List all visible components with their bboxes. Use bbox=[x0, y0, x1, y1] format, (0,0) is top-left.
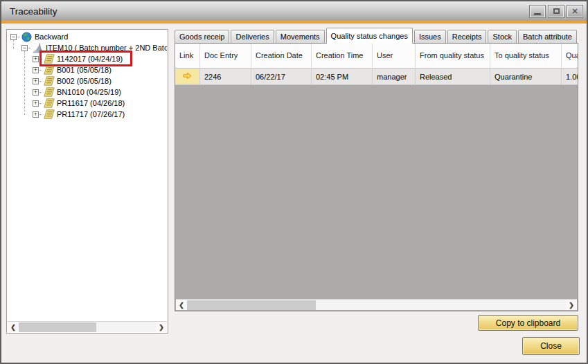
tab-receipts[interactable]: Receipts bbox=[447, 30, 487, 43]
column-header[interactable]: To quality status bbox=[490, 44, 562, 69]
maximize-icon bbox=[553, 8, 560, 14]
tab-deliveries[interactable]: Deliveries bbox=[231, 30, 274, 43]
tree-h-scrollbar[interactable]: ❮ ❯ bbox=[8, 321, 167, 332]
expand-icon[interactable]: + bbox=[33, 100, 39, 107]
collapse-icon[interactable]: − bbox=[10, 34, 17, 40]
tab-bar: Goods receipDeliveriesMovementsQuality s… bbox=[175, 28, 578, 43]
table-row[interactable]: 224606/22/1702:45 PMmanagerReleasedQuara… bbox=[175, 69, 578, 85]
column-header[interactable]: Quantity bbox=[562, 44, 578, 69]
tree-connector bbox=[39, 114, 42, 115]
tree-item-label: PR11617 (04/26/18) bbox=[57, 99, 125, 107]
tree-item-label: Backward bbox=[35, 33, 68, 41]
tree-connector bbox=[28, 48, 31, 48]
tree-connector bbox=[17, 37, 20, 37]
scroll-right-icon[interactable]: ❯ bbox=[566, 300, 577, 310]
column-header[interactable]: Creation Time bbox=[312, 44, 373, 69]
scroll-right-icon[interactable]: ❯ bbox=[156, 322, 167, 332]
expand-icon[interactable]: + bbox=[33, 67, 39, 73]
link-arrow-icon[interactable] bbox=[182, 72, 193, 81]
scrollbar-thumb[interactable] bbox=[187, 300, 316, 310]
table-cell: 1.000 bbox=[562, 69, 578, 85]
tree-connector bbox=[39, 70, 42, 71]
minimize-icon bbox=[534, 13, 541, 15]
tree-item[interactable]: +PR11717 (07/26/17) bbox=[8, 109, 167, 120]
tree: −Backward−ITEM10 ( Batch number + 2ND Ba… bbox=[8, 31, 167, 320]
table-cell: 02:45 PM bbox=[312, 69, 373, 85]
batch-note-icon bbox=[43, 87, 55, 98]
close-icon: ✕ bbox=[571, 8, 578, 15]
tree-connector bbox=[13, 40, 14, 49]
tab-issues[interactable]: Issues bbox=[414, 30, 446, 43]
maximize-button[interactable] bbox=[549, 6, 564, 17]
tab-stock[interactable]: Stock bbox=[488, 30, 517, 43]
table-cell: manager bbox=[373, 69, 416, 85]
tree-item-label: PR11717 (07/26/17) bbox=[57, 110, 125, 118]
tab-batch-attribute[interactable]: Batch attribute bbox=[518, 30, 577, 43]
column-header[interactable]: Link bbox=[175, 44, 200, 69]
tree-item-label: BN1010 (04/25/19) bbox=[57, 88, 121, 96]
tab-movements[interactable]: Movements bbox=[276, 30, 325, 43]
table-rows: 224606/22/1702:45 PMmanagerReleasedQuara… bbox=[175, 69, 578, 85]
column-header[interactable]: User bbox=[373, 44, 416, 69]
table-h-scrollbar[interactable]: ❮ ❯ bbox=[176, 299, 577, 310]
close-dialog-button[interactable]: Close bbox=[522, 337, 580, 355]
tree-item[interactable]: +BN1010 (04/25/19) bbox=[8, 87, 167, 98]
batch-note-icon bbox=[43, 76, 55, 87]
window-title: Traceability bbox=[10, 6, 530, 17]
tree-item[interactable]: +PR11617 (04/26/18) bbox=[8, 98, 167, 109]
traceability-window: Traceability ✕ −Backward−ITEM10 ( Batch … bbox=[0, 0, 588, 364]
tab-quality-status-changes[interactable]: Quality status changes bbox=[326, 28, 413, 44]
tree-panel: −Backward−ITEM10 ( Batch number + 2ND Ba… bbox=[6, 29, 168, 334]
expand-icon[interactable]: + bbox=[33, 89, 39, 95]
tree-connector bbox=[39, 103, 42, 104]
highlight-box bbox=[39, 51, 132, 66]
expand-icon[interactable]: + bbox=[33, 111, 39, 118]
table-cell: Released bbox=[416, 69, 490, 85]
tab-goods-receip[interactable]: Goods receip bbox=[175, 30, 229, 43]
table-cell: 06/22/17 bbox=[251, 69, 312, 85]
globe-icon bbox=[21, 32, 33, 42]
scrollbar-thumb[interactable] bbox=[19, 322, 96, 332]
collapse-icon[interactable]: − bbox=[21, 45, 28, 51]
tree-item-label: B002 (05/05/18) bbox=[57, 77, 112, 85]
minimize-button[interactable] bbox=[530, 6, 545, 17]
scroll-left-icon[interactable]: ❮ bbox=[176, 300, 187, 310]
table-panel: LinkDoc EntryCreation DateCreation TimeU… bbox=[175, 43, 578, 311]
link-cell[interactable] bbox=[175, 69, 200, 85]
tree-item[interactable]: −Backward bbox=[8, 31, 167, 42]
tree-connector bbox=[39, 92, 42, 93]
tree-connector bbox=[24, 51, 25, 115]
batch-note-icon bbox=[43, 109, 55, 120]
table-header-row: LinkDoc EntryCreation DateCreation TimeU… bbox=[175, 44, 578, 69]
tree-connector bbox=[39, 81, 42, 82]
column-header[interactable]: Creation Date bbox=[251, 44, 312, 69]
dialog-body: −Backward−ITEM10 ( Batch number + 2ND Ba… bbox=[1, 24, 587, 363]
copy-to-clipboard-button[interactable]: Copy to clipboard bbox=[478, 315, 578, 331]
tree-item-label: B001 (05/05/18) bbox=[57, 66, 112, 74]
table-cell: Quarantine bbox=[490, 69, 562, 85]
tree-item[interactable]: +B002 (05/05/18) bbox=[8, 75, 167, 87]
batch-note-icon bbox=[43, 98, 55, 109]
close-window-button[interactable]: ✕ bbox=[567, 6, 582, 17]
column-header[interactable]: From quality status bbox=[416, 44, 490, 69]
window-controls: ✕ bbox=[530, 6, 582, 17]
expand-icon[interactable]: + bbox=[33, 56, 39, 62]
column-header[interactable]: Doc Entry bbox=[200, 44, 251, 69]
scroll-left-icon[interactable]: ❮ bbox=[8, 322, 19, 332]
expand-icon[interactable]: + bbox=[33, 78, 39, 84]
title-bar: Traceability ✕ bbox=[1, 1, 587, 21]
table-cell: 2246 bbox=[200, 69, 251, 85]
